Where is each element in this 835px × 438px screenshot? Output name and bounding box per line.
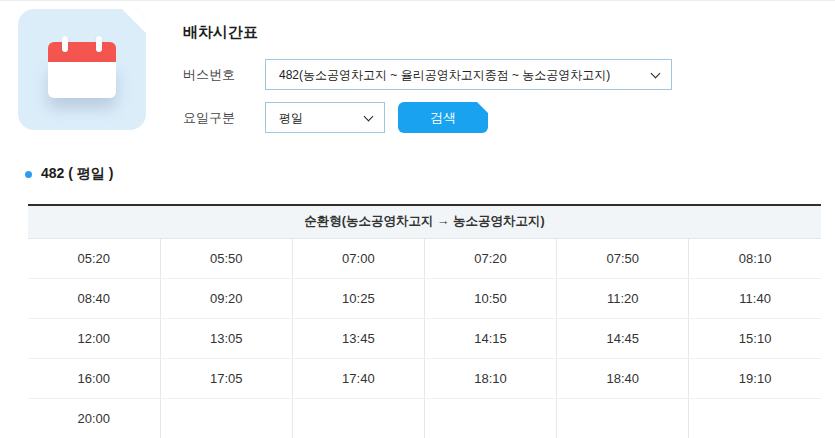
time-cell: 05:50 <box>160 238 292 278</box>
button-corner-cut <box>477 102 488 113</box>
time-cell: 07:20 <box>424 238 556 278</box>
time-cell: 10:25 <box>292 278 424 318</box>
time-cell <box>424 398 556 438</box>
bus-number-select[interactable]: 482(농소공영차고지 ~ 율리공영차고지종점 ~ 농소공영차고지) <box>265 59 672 90</box>
table-row: 20:00 <box>28 398 821 438</box>
time-cell: 08:10 <box>689 238 821 278</box>
schedule-form-section: 배차시간표 버스번호 482(농소공영차고지 ~ 율리공영차고지종점 ~ 농소공… <box>0 1 835 161</box>
day-type-label: 요일구분 <box>183 109 265 127</box>
time-cell: 13:45 <box>292 318 424 358</box>
time-cell: 07:00 <box>292 238 424 278</box>
time-cell: 13:05 <box>160 318 292 358</box>
bus-number-select-wrap: 482(농소공영차고지 ~ 율리공영차고지종점 ~ 농소공영차고지) <box>265 59 672 90</box>
day-type-row: 요일구분 평일 검색 <box>183 102 488 133</box>
time-cell: 11:20 <box>557 278 689 318</box>
bullet-icon <box>25 171 32 178</box>
calendar-ring-icon <box>62 36 68 52</box>
calendar-header-bar <box>48 42 116 62</box>
time-cell: 17:05 <box>160 358 292 398</box>
time-cell: 18:10 <box>424 358 556 398</box>
timetable-head: 순환형(농소공영차고지 → 농소공영차고지) <box>28 205 821 238</box>
time-cell: 14:15 <box>424 318 556 358</box>
time-cell: 14:45 <box>557 318 689 358</box>
calendar-icon <box>48 36 116 100</box>
time-cell: 08:40 <box>28 278 160 318</box>
page-title: 배차시간표 <box>183 23 258 42</box>
time-cell: 12:00 <box>28 318 160 358</box>
calendar-ring-icon <box>96 36 102 52</box>
table-row: 08:4009:2010:2510:5011:2011:40 <box>28 278 821 318</box>
day-type-select[interactable]: 평일 <box>265 102 385 133</box>
calendar-body <box>48 62 116 98</box>
time-cell: 15:10 <box>689 318 821 358</box>
timetable-body: 05:2005:5007:0007:2007:5008:1008:4009:20… <box>28 238 821 438</box>
time-cell: 19:10 <box>689 358 821 398</box>
time-cell <box>160 398 292 438</box>
bus-number-label: 버스번호 <box>183 66 265 84</box>
timetable: 순환형(농소공영차고지 → 농소공영차고지) 05:2005:5007:0007… <box>28 204 821 438</box>
result-heading-text: 482 ( 평일 ) <box>41 165 113 183</box>
time-cell: 11:40 <box>689 278 821 318</box>
time-cell: 17:40 <box>292 358 424 398</box>
search-button-label: 검색 <box>430 110 456 125</box>
time-cell: 09:20 <box>160 278 292 318</box>
result-section-heading: 482 ( 평일 ) <box>25 165 113 183</box>
time-cell: 16:00 <box>28 358 160 398</box>
time-cell <box>689 398 821 438</box>
time-cell <box>292 398 424 438</box>
time-cell <box>557 398 689 438</box>
search-button[interactable]: 검색 <box>398 102 488 133</box>
card-corner-cut <box>121 9 146 34</box>
time-cell: 20:00 <box>28 398 160 438</box>
bus-number-row: 버스번호 482(농소공영차고지 ~ 율리공영차고지종점 ~ 농소공영차고지) <box>183 59 672 90</box>
table-row: 05:2005:5007:0007:2007:5008:10 <box>28 238 821 278</box>
calendar-card <box>18 9 146 130</box>
timetable-header-cell: 순환형(농소공영차고지 → 농소공영차고지) <box>28 205 821 238</box>
table-row: 12:0013:0513:4514:1514:4515:10 <box>28 318 821 358</box>
table-row: 16:0017:0517:4018:1018:4019:10 <box>28 358 821 398</box>
time-cell: 05:20 <box>28 238 160 278</box>
day-type-select-wrap: 평일 <box>265 102 385 133</box>
time-cell: 07:50 <box>557 238 689 278</box>
bus-schedule-page: { "page": { "title": "배차시간표" }, "form": … <box>0 0 835 438</box>
timetable-header-row: 순환형(농소공영차고지 → 농소공영차고지) <box>28 205 821 238</box>
time-cell: 10:50 <box>424 278 556 318</box>
time-cell: 18:40 <box>557 358 689 398</box>
